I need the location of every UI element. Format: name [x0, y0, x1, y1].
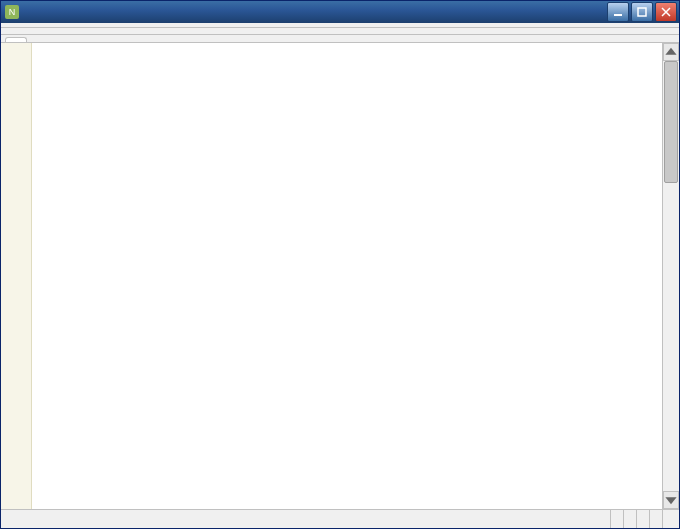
status-encoding [650, 510, 663, 528]
status-filetype [5, 510, 611, 528]
status-eol [637, 510, 650, 528]
editor [1, 43, 679, 509]
scroll-track[interactable] [663, 61, 679, 491]
maximize-button[interactable] [631, 2, 653, 22]
app-icon: N [5, 5, 19, 19]
title-bar: N [1, 1, 679, 23]
file-tab[interactable] [5, 37, 27, 42]
tab-bar [1, 35, 679, 43]
scroll-thumb[interactable] [664, 61, 678, 183]
status-chars [611, 510, 624, 528]
scroll-up-button[interactable] [663, 43, 679, 61]
code-area[interactable] [32, 43, 662, 509]
minimize-button[interactable] [607, 2, 629, 22]
toolbar [1, 28, 679, 35]
line-number-gutter [1, 43, 32, 509]
vertical-scrollbar[interactable] [662, 43, 679, 509]
close-button[interactable] [655, 2, 677, 22]
status-mode [663, 510, 675, 528]
scroll-down-button[interactable] [663, 491, 679, 509]
status-position [624, 510, 637, 528]
status-bar [1, 509, 679, 528]
